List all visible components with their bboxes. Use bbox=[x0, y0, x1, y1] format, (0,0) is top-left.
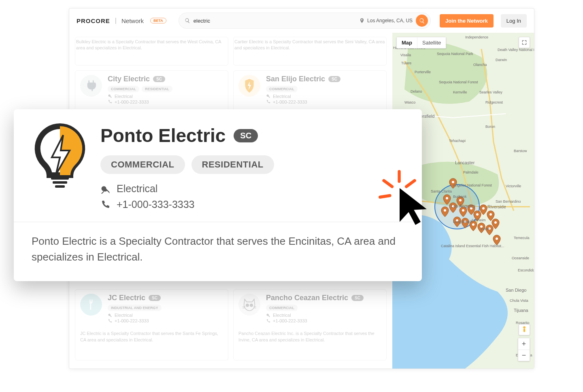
map-label: Death Valley National Park bbox=[498, 48, 534, 52]
map-zoom-in-button[interactable]: + bbox=[518, 338, 530, 350]
bolt-shield-icon bbox=[244, 79, 255, 93]
header: PROCORE | Network BETA Los Angeles, CA, … bbox=[69, 8, 534, 33]
map-label: Chula Vista bbox=[510, 299, 528, 303]
search-icon bbox=[419, 18, 425, 24]
wrench-icon bbox=[266, 313, 270, 318]
svg-point-20 bbox=[496, 237, 498, 240]
map-label: Santa Clarita bbox=[431, 189, 452, 193]
result-card[interactable]: Cartier Electric is a Specialty Contract… bbox=[233, 37, 387, 66]
map-label: Delano bbox=[411, 89, 422, 93]
map-label: Lancaster bbox=[455, 160, 475, 165]
beta-badge: BETA bbox=[150, 18, 166, 23]
svg-rect-24 bbox=[53, 181, 67, 184]
cat-icon bbox=[241, 297, 257, 313]
map-label: Searles Valley bbox=[479, 90, 502, 94]
map-zoom-out-button[interactable]: − bbox=[518, 350, 530, 361]
svg-point-1 bbox=[250, 304, 253, 307]
map-label: Tulare bbox=[401, 61, 411, 65]
location-pin-icon bbox=[359, 18, 365, 23]
map-type-map-button[interactable]: Map bbox=[397, 37, 417, 48]
map-type-toggle: Map Satellite bbox=[396, 37, 446, 49]
map-label: Temecula bbox=[514, 236, 530, 240]
wrench-icon bbox=[266, 94, 270, 98]
search-go-button[interactable] bbox=[416, 15, 428, 27]
map-label: Wasco bbox=[404, 100, 415, 104]
svg-point-8 bbox=[444, 209, 446, 212]
phone-label: +1-000-222-3333 bbox=[273, 100, 307, 104]
svg-point-14 bbox=[494, 221, 497, 224]
map-zoom-controls: + − bbox=[518, 338, 530, 361]
wrench-icon bbox=[100, 184, 110, 194]
trade-label: Electrical bbox=[273, 94, 291, 99]
join-network-button[interactable]: Join the Network bbox=[440, 14, 494, 28]
search-icon bbox=[185, 18, 190, 23]
company-logo bbox=[238, 294, 260, 316]
result-card[interactable]: JC Electric SC INDUSTRIAL AND ENERGY Ele… bbox=[75, 289, 228, 360]
tag: COMMERCIAL bbox=[266, 86, 298, 92]
phone-label: +1-000-222-3333 bbox=[115, 100, 149, 104]
map-label: Sequoia National Forest bbox=[439, 80, 478, 84]
map-type-satellite-button[interactable]: Satellite bbox=[417, 37, 446, 48]
logo-separator: | bbox=[115, 17, 117, 24]
pegman-icon bbox=[521, 326, 527, 333]
login-button[interactable]: Log In bbox=[501, 14, 527, 28]
map-label: Tehachapi bbox=[449, 139, 466, 143]
map-label: Long Beach bbox=[453, 220, 472, 224]
result-card[interactable]: Pancho Ceazan Electric SC COMMERCIAL Ele… bbox=[233, 289, 387, 360]
tag: COMMERCIAL bbox=[108, 86, 139, 92]
map-label: Ridgecrest bbox=[485, 100, 503, 104]
svg-point-21 bbox=[523, 326, 526, 329]
phone-icon bbox=[100, 200, 110, 210]
map-label: San Diego bbox=[506, 288, 526, 292]
svg-point-0 bbox=[246, 304, 249, 307]
map-label: Barstow bbox=[514, 149, 527, 153]
map-fullscreen-button[interactable] bbox=[519, 37, 530, 48]
location-text: Los Angeles, CA, US bbox=[367, 18, 413, 23]
svg-rect-23 bbox=[51, 177, 69, 180]
company-name: Ponto Electric bbox=[100, 125, 226, 146]
tag: RESIDENTIAL bbox=[142, 86, 172, 92]
company-name: JC Electric bbox=[108, 294, 145, 302]
result-description: Bulkley Electric is a Specialty Contract… bbox=[76, 39, 227, 51]
company-name: San Elijo Electric bbox=[266, 75, 325, 83]
phone-icon bbox=[266, 319, 270, 323]
sc-badge: SC bbox=[234, 129, 258, 142]
logo-text: PROCORE bbox=[77, 17, 110, 24]
map-label: Independence bbox=[465, 35, 488, 39]
result-popover: Ponto Electric SC COMMERCIAL RESIDENTIAL… bbox=[14, 109, 422, 281]
map-pegman-button[interactable] bbox=[519, 324, 530, 335]
svg-rect-25 bbox=[55, 185, 65, 188]
map-label: Burbank bbox=[453, 195, 467, 199]
result-description: JC Electric is a Specialty Contractor th… bbox=[80, 327, 223, 343]
sc-badge: SC bbox=[351, 295, 364, 301]
map-label: Tijuana bbox=[514, 308, 529, 313]
plug-icon bbox=[85, 299, 97, 311]
trade-label: Electrical bbox=[117, 183, 157, 195]
map-label: Oceanside bbox=[512, 256, 529, 260]
map-label: Catalina Island Essential Fish Habitat..… bbox=[441, 244, 504, 248]
map-label: Angeles National Forest bbox=[453, 183, 492, 187]
map-label: Los Angeles bbox=[451, 203, 475, 208]
result-card[interactable]: Bulkley Electric is a Specialty Contract… bbox=[75, 37, 228, 66]
sc-badge: SC bbox=[153, 76, 165, 82]
map-label: Riverside bbox=[487, 204, 506, 209]
tag: INDUSTRIAL AND ENERGY bbox=[108, 305, 162, 311]
tag: COMMERCIAL bbox=[100, 155, 185, 174]
svg-point-12 bbox=[482, 207, 485, 210]
trade-label: Electrical bbox=[273, 313, 291, 318]
plug-icon bbox=[85, 79, 98, 92]
map-label: San Bernardino bbox=[496, 199, 521, 203]
result-description: Cartier Electric is a Specialty Contract… bbox=[234, 39, 385, 51]
map-label: Visalia bbox=[400, 53, 411, 57]
company-logo bbox=[80, 75, 102, 97]
company-logo bbox=[238, 75, 260, 97]
svg-point-9 bbox=[462, 209, 464, 212]
company-description: Ponto Electric is a Specialty Contractor… bbox=[14, 222, 422, 281]
fullscreen-icon bbox=[521, 40, 527, 45]
sc-badge: SC bbox=[328, 76, 340, 82]
search-input[interactable] bbox=[190, 15, 359, 26]
wrench-icon bbox=[108, 313, 112, 318]
svg-rect-22 bbox=[523, 329, 526, 332]
location-box[interactable]: Los Angeles, CA, US bbox=[359, 18, 416, 23]
company-name: Pancho Ceazan Electric bbox=[266, 294, 348, 302]
